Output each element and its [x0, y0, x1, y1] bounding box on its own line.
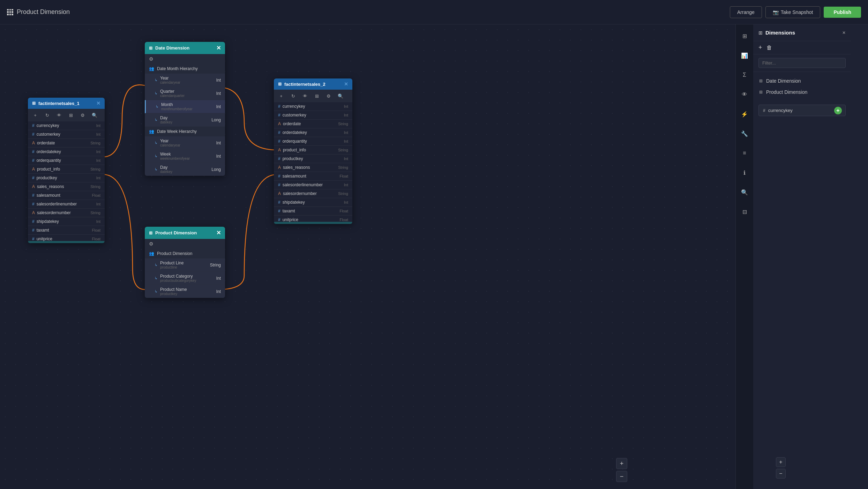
add-icon-1[interactable]: +: [31, 111, 40, 120]
field-icon: #: [32, 193, 35, 198]
search-icon-1[interactable]: 🔍: [90, 111, 99, 120]
sigma-nav-icon[interactable]: Σ: [738, 69, 751, 81]
fact-table-1: ⊞ factinternetsales_1 ✕ + ↻ 👁 ⊞ ⚙ 🔍 #cur…: [28, 98, 105, 243]
quarter-sub: calendarquarter: [160, 94, 214, 98]
info-nav-icon[interactable]: ℹ: [738, 166, 751, 179]
arrange-button[interactable]: Arrange: [730, 6, 762, 18]
hierarchy-icon: 👥: [149, 66, 154, 71]
settings-icon-1[interactable]: ⚙: [78, 111, 87, 120]
settings-icon-2[interactable]: ⚙: [324, 91, 333, 100]
dimension-item-date[interactable]: ⊞ Date Dimension: [755, 75, 849, 86]
product-dimension-card: ⊞ Product Dimension ✕ ⚙ 👥 Product Dimens…: [145, 227, 225, 298]
minus-bottom-btn[interactable]: −: [776, 469, 786, 479]
dimension-item-product[interactable]: ⊞ Product Dimension: [755, 86, 849, 98]
chart-nav-icon[interactable]: 📊: [738, 49, 751, 62]
dim-grid-icon: ⊞: [149, 46, 152, 51]
table-nav-icon[interactable]: ⊟: [738, 205, 751, 218]
product-cat-label: Product Category: [160, 274, 214, 279]
hash-icon-currency: #: [763, 108, 765, 113]
top-bar-actions: Arrange 📷 Take Snapshot Publish: [730, 6, 861, 18]
refresh-icon-2[interactable]: ↻: [289, 91, 298, 100]
table-icon-t2[interactable]: ⊞: [312, 91, 321, 100]
product-cat-type: Int: [216, 276, 221, 281]
field-icon: #: [32, 219, 35, 224]
product-cat-sub: productsubcategorykey: [160, 279, 214, 283]
dimension-list: ⊞ Date Dimension ⊞ Product Dimension: [753, 72, 851, 101]
f2-icon: #: [278, 174, 280, 179]
layers-nav-icon[interactable]: ≡: [738, 147, 751, 159]
close-fact-2[interactable]: ✕: [344, 81, 348, 87]
close-product-dim[interactable]: ✕: [216, 230, 221, 236]
zoom-out-button[interactable]: −: [616, 471, 627, 482]
eye-icon-1[interactable]: 👁: [54, 111, 63, 120]
day-month-row: ↳ Day datekey Long: [145, 113, 225, 127]
gear-icon-date[interactable]: ⚙: [149, 56, 154, 62]
publish-button[interactable]: Publish: [824, 7, 861, 18]
close-date-dim[interactable]: ✕: [216, 45, 221, 51]
f2-icon: #: [278, 130, 280, 135]
product-line-label: Product Line: [160, 261, 207, 265]
top-bar: Product Dimension Arrange 📷 Take Snapsho…: [0, 0, 868, 24]
search-icon-2[interactable]: 🔍: [336, 91, 345, 100]
field-icon: #: [32, 228, 35, 233]
f2-icon: #: [278, 200, 280, 205]
f2-icon: #: [278, 104, 280, 109]
day-w-sub: datekey: [160, 170, 209, 174]
fact-title-2: factinternetsales_2: [284, 82, 326, 87]
wrench-nav-icon[interactable]: 🔧: [738, 127, 751, 140]
zoom-in-button[interactable]: +: [616, 458, 627, 469]
table-icon-1: ⊞: [32, 101, 36, 106]
product-name-label: Product Name: [160, 287, 214, 292]
f2-icon: #: [278, 139, 280, 144]
breadcrumb: Product Dimension: [7, 8, 70, 16]
grid-nav-icon[interactable]: ⊞: [738, 30, 751, 42]
search-nav-icon[interactable]: 🔍: [738, 186, 751, 198]
close-fact-1[interactable]: ✕: [96, 100, 100, 106]
arrow-icon: ↳: [155, 78, 157, 82]
panel-grid-icon: ⊞: [758, 30, 763, 36]
quarter-month-row: ↳ Quarter calendarquarter Int: [145, 87, 225, 100]
refresh-icon-1[interactable]: ↻: [43, 111, 52, 120]
fact-2-fields: #currencykeyInt #customerkeyInt Aorderda…: [274, 102, 352, 224]
arrow-icon: ↳: [155, 276, 157, 280]
fact-title-1: factinternetsales_1: [38, 101, 80, 106]
delete-dimension-icon[interactable]: 🗑: [766, 45, 772, 51]
fact-table-2: ⊞ factinternetsales_2 ✕ + ↻ 👁 ⊞ ⚙ 🔍 #cur…: [274, 78, 352, 224]
add-icon-2[interactable]: +: [277, 91, 286, 100]
close-panel-icon[interactable]: ✕: [842, 30, 846, 35]
panel-title: Dimensions: [765, 30, 839, 36]
arrow-icon: ↳: [155, 289, 157, 293]
fact-toolbar-2: + ↻ 👁 ⊞ ⚙ 🔍: [274, 90, 352, 102]
sidebar-icon-strip: ⊞ 📊 Σ 👁 ⚡ 🔧 ≡ ℹ 🔍 ⊟: [736, 24, 753, 489]
week-label: Week: [160, 152, 214, 157]
lightning-nav-icon[interactable]: ⚡: [738, 108, 751, 120]
day-w-type: Long: [211, 167, 221, 172]
f2-icon: A: [278, 165, 281, 170]
product-line-sub: productline: [160, 265, 207, 269]
filter-input[interactable]: [758, 58, 846, 68]
snapshot-button[interactable]: 📷 Take Snapshot: [765, 6, 821, 18]
f2-icon: #: [278, 217, 280, 222]
eye-nav-icon[interactable]: 👁: [738, 88, 751, 101]
dim-grid-icon-2: ⊞: [759, 90, 763, 95]
arrow-icon: ↳: [155, 118, 157, 122]
table-icon-t1[interactable]: ⊞: [66, 111, 75, 120]
add-field-button[interactable]: +: [834, 107, 842, 114]
field-icon: A: [32, 210, 35, 215]
year-sub: calendaryear: [160, 81, 214, 84]
product-dim-gear-row: ⚙: [145, 239, 225, 249]
dim-grid-icon-1: ⊞: [759, 78, 763, 83]
field-icon: #: [32, 149, 35, 154]
connections-svg: [0, 24, 753, 489]
product-name-row: ↳ Product Name productkey Int: [145, 285, 225, 298]
add-dimension-icon[interactable]: +: [758, 44, 762, 51]
product-hierarchy-header: 👥 Product Dimension: [145, 249, 225, 258]
date-dimension-card: ⊞ Date Dimension ✕ ⚙ 👥 Date Month Hierar…: [145, 42, 225, 176]
gear-icon-product[interactable]: ⚙: [149, 241, 154, 247]
plus-bottom-btn[interactable]: +: [776, 457, 786, 467]
arrow-icon: ↳: [155, 167, 157, 171]
field-icon: A: [32, 167, 35, 172]
f2-icon: #: [278, 156, 280, 161]
eye-icon-2[interactable]: 👁: [300, 91, 309, 100]
field-icon: #: [32, 132, 35, 137]
